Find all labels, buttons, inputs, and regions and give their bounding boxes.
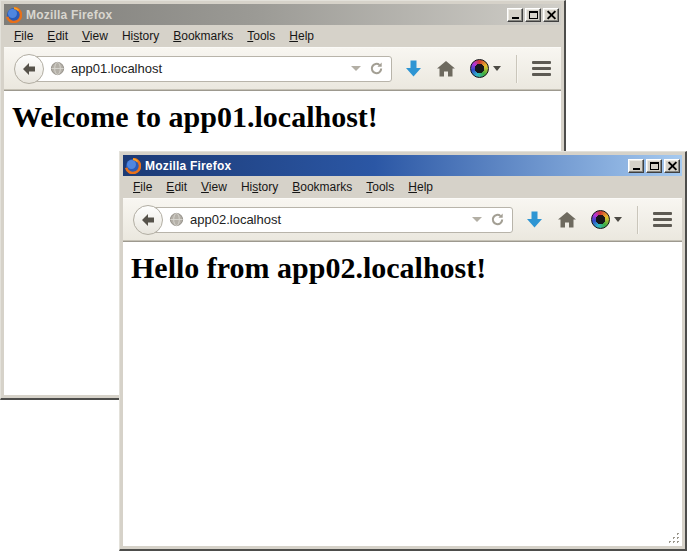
close-icon: [547, 11, 556, 19]
back-button[interactable]: [14, 54, 44, 84]
back-arrow-icon: [140, 213, 156, 227]
window-controls: [507, 8, 559, 22]
toolbar-buttons: [526, 206, 672, 234]
home-button[interactable]: [437, 61, 455, 77]
menu-tools[interactable]: Tools: [240, 27, 282, 45]
addon-dropdown-icon: [614, 217, 622, 222]
minimize-icon: [633, 168, 640, 170]
minimize-button[interactable]: [628, 159, 644, 173]
download-button[interactable]: [526, 211, 543, 228]
reload-icon[interactable]: [369, 61, 384, 76]
menu-edit[interactable]: Edit: [159, 178, 194, 196]
app-menu-button[interactable]: [532, 59, 551, 78]
urlbar-dropdown-icon[interactable]: [351, 66, 361, 71]
navigation-toolbar: app02.localhost: [123, 198, 682, 241]
urlbar-dropdown-icon[interactable]: [472, 217, 482, 222]
maximize-icon: [650, 162, 659, 170]
addon-dropdown-icon: [493, 66, 501, 71]
firefox-logo-icon: [125, 158, 141, 174]
menu-help[interactable]: Help: [282, 27, 321, 45]
maximize-icon: [529, 11, 538, 19]
site-identity-globe-icon: [50, 61, 65, 76]
toolbar-separator: [516, 55, 517, 83]
menu-bookmarks[interactable]: Bookmarks: [285, 178, 359, 196]
maximize-button[interactable]: [525, 8, 541, 22]
page-heading: Hello from app02.localhost!: [131, 251, 682, 285]
close-button[interactable]: [543, 8, 559, 22]
menu-bar: File Edit View History Bookmarks Tools H…: [123, 176, 682, 198]
reload-icon[interactable]: [490, 212, 505, 227]
resize-grip[interactable]: [667, 531, 680, 544]
close-icon: [668, 162, 677, 170]
menu-view[interactable]: View: [194, 178, 234, 196]
titlebar[interactable]: Mozilla Firefox: [4, 4, 561, 25]
close-button[interactable]: [664, 159, 680, 173]
menu-file[interactable]: File: [126, 178, 159, 196]
menu-bookmarks[interactable]: Bookmarks: [166, 27, 240, 45]
window-title: Mozilla Firefox: [145, 159, 624, 173]
url-text: app02.localhost: [190, 212, 468, 227]
addon-button[interactable]: [591, 210, 622, 229]
toolbar-separator: [637, 206, 638, 234]
addon-button[interactable]: [470, 59, 501, 78]
addon-colorwheel-icon: [470, 59, 489, 78]
menu-file[interactable]: File: [7, 27, 40, 45]
minimize-button[interactable]: [507, 8, 523, 22]
url-text: app01.localhost: [71, 61, 347, 76]
site-identity-globe-icon: [169, 212, 184, 227]
menu-history[interactable]: History: [115, 27, 166, 45]
titlebar[interactable]: Mozilla Firefox: [123, 155, 682, 176]
page-heading: Welcome to app01.localhost!: [12, 100, 561, 134]
toolbar-buttons: [405, 55, 551, 83]
menu-tools[interactable]: Tools: [359, 178, 401, 196]
minimize-icon: [512, 17, 519, 19]
menu-view[interactable]: View: [75, 27, 115, 45]
window-controls: [628, 159, 680, 173]
window-title: Mozilla Firefox: [26, 8, 503, 22]
home-button[interactable]: [558, 212, 576, 228]
url-bar[interactable]: app02.localhost: [147, 207, 513, 233]
back-arrow-icon: [21, 62, 37, 76]
firefox-logo-icon: [6, 7, 22, 23]
download-button[interactable]: [405, 60, 422, 77]
page-content: Hello from app02.localhost!: [123, 241, 682, 546]
navigation-toolbar: app01.localhost: [4, 47, 561, 90]
menu-bar: File Edit View History Bookmarks Tools H…: [4, 25, 561, 47]
url-bar[interactable]: app01.localhost: [28, 56, 392, 82]
menu-help[interactable]: Help: [401, 178, 440, 196]
app-menu-button[interactable]: [653, 210, 672, 229]
maximize-button[interactable]: [646, 159, 662, 173]
menu-history[interactable]: History: [234, 178, 285, 196]
menu-edit[interactable]: Edit: [40, 27, 75, 45]
browser-window-app02: Mozilla Firefox File Edit View History B…: [119, 151, 687, 551]
back-button[interactable]: [133, 205, 163, 235]
desktop: Mozilla Firefox File Edit View History B…: [0, 0, 688, 551]
addon-colorwheel-icon: [591, 210, 610, 229]
